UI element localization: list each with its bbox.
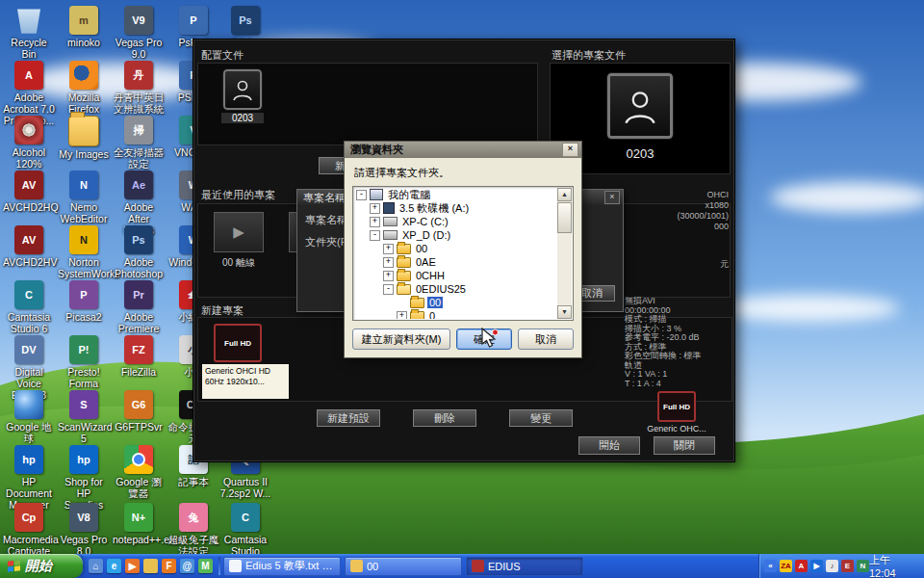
desktop-icon[interactable]: V9 Vegas Pro 9.0 xyxy=(113,6,165,60)
desktop-icon[interactable]: P Picasa2 xyxy=(58,280,110,323)
desktop-icon[interactable]: m minoko xyxy=(58,6,110,48)
desktop-icon[interactable]: N+ notepad++.exe xyxy=(113,503,165,545)
desktop-icon-image: Pr xyxy=(124,280,153,309)
desktop-icon-image: 兔 xyxy=(179,503,208,532)
preset-info-panel: OHCIx1080(30000/1001)000 元 無損AVI00:00:00… xyxy=(625,190,729,436)
desktop-icon[interactable]: AV AVCHD2HV xyxy=(3,225,55,268)
desktop-icon[interactable]: V8 Vegas Pro 8.0 xyxy=(58,503,110,554)
network-tray-icon[interactable]: N xyxy=(857,560,869,572)
folder-quicklaunch-icon[interactable] xyxy=(143,559,158,573)
messenger-icon[interactable]: M xyxy=(198,559,213,573)
change-button[interactable]: 變更 xyxy=(509,409,573,427)
desktop-icon[interactable]: Alcohol 120% xyxy=(3,116,55,170)
tree-item[interactable]: + 0CHH xyxy=(354,269,557,282)
taskbar-task-button[interactable]: 00 xyxy=(345,557,462,576)
desktop-icon[interactable]: P! Presto! Forma xyxy=(58,335,110,389)
media-player-icon[interactable]: ▶ xyxy=(125,559,140,573)
tree-item-label[interactable]: XP-C (C:) xyxy=(400,216,450,227)
scroll-up-icon[interactable]: ▲ xyxy=(557,188,572,201)
desktop-icon[interactable]: 掃 全友掃描器設定 xyxy=(113,116,165,170)
tree-expand-toggle[interactable]: + xyxy=(370,203,380,214)
mail-icon[interactable]: @ xyxy=(180,559,194,573)
firefox-quicklaunch-icon[interactable]: F xyxy=(162,559,176,573)
tree-expand-toggle[interactable]: - xyxy=(356,190,367,200)
desktop-icon-label: Google 瀏覽器 xyxy=(113,476,165,499)
desktop-icon[interactable]: hp HP Document Manager xyxy=(3,445,55,511)
volume-tray-icon[interactable]: ♪ xyxy=(826,560,838,572)
tree-item[interactable]: + 0 xyxy=(354,309,557,319)
profile-item[interactable]: 0203 xyxy=(221,69,264,123)
cancel-button[interactable]: 取消 xyxy=(518,328,574,350)
tree-item[interactable]: - XP_D (D:) xyxy=(354,228,557,242)
desktop-icon[interactable]: N Norton SystemWorks xyxy=(58,225,110,279)
start-button[interactable]: 開始 xyxy=(0,554,83,578)
tree-item-label[interactable]: 我的電腦 xyxy=(386,188,432,202)
tree-item-label[interactable]: 00 xyxy=(427,297,443,308)
recent-project-name: 00 離線 xyxy=(208,256,270,270)
fullhd-preset-icon[interactable]: Full HD xyxy=(214,324,262,362)
tree-item-label[interactable]: 3.5 軟碟機 (A:) xyxy=(398,201,471,216)
scrollbar-thumb[interactable] xyxy=(557,202,572,233)
tree-expand-toggle[interactable]: - xyxy=(383,284,394,295)
tree-expand-toggle[interactable]: + xyxy=(370,217,380,227)
tree-item[interactable]: 00 xyxy=(354,296,557,309)
tree-item[interactable]: + 00 xyxy=(354,242,557,255)
desktop-icon[interactable]: Cp Macromedia Captivate xyxy=(3,503,55,554)
tree-item[interactable]: + 0AE xyxy=(354,255,557,269)
tree-item-label[interactable]: 00 xyxy=(414,243,429,254)
hide-tray-icons-chevron[interactable]: « xyxy=(764,560,777,572)
tree-item[interactable]: + 3.5 軟碟機 (A:) xyxy=(354,201,557,215)
desktop-icon-image: hp xyxy=(14,445,43,474)
tree-item[interactable]: - 0EDIUS25 xyxy=(354,282,557,296)
tree-expand-toggle[interactable]: + xyxy=(383,257,394,268)
desktop-icon[interactable]: C Camtasia Studio 6 xyxy=(3,280,55,334)
browse-dialog-titlebar[interactable]: 瀏覽資料夾 × xyxy=(345,142,581,158)
new-preset-button[interactable]: 新建預設 xyxy=(317,409,380,427)
tree-item-label[interactable]: 0EDIUS25 xyxy=(414,283,468,295)
desktop-icon[interactable]: G6 G6FTPSvr xyxy=(113,390,165,433)
recent-project-item[interactable]: ▶ 00 離線 xyxy=(208,212,270,297)
desktop-icon[interactable]: Recycle Bin xyxy=(3,6,55,60)
taskbar-clock[interactable]: 上午 12:04 xyxy=(869,553,924,578)
desktop-icon[interactable]: 丹 丹青中英日文辨識系統 xyxy=(113,61,165,115)
desktop-icon[interactable]: 兔 超級兔子魔法設定 xyxy=(167,503,219,554)
create-new-folder-button[interactable]: 建立新資料夾(M) xyxy=(352,328,450,350)
tree-item[interactable]: + XP-C (C:) xyxy=(354,215,557,228)
show-desktop-icon[interactable]: ⌂ xyxy=(89,559,103,573)
delete-button[interactable]: 刪除 xyxy=(413,409,476,427)
zonealarm-tray-icon[interactable]: ZA xyxy=(780,560,792,572)
desktop-icon[interactable]: Google 地球 xyxy=(3,390,55,444)
close-icon[interactable]: × xyxy=(562,143,578,157)
desktop-icon[interactable]: hp Shop for HP Supplies xyxy=(58,445,110,511)
scroll-down-icon[interactable]: ▼ xyxy=(557,305,572,319)
desktop-icon-image: N+ xyxy=(124,503,153,532)
close-icon[interactable]: × xyxy=(604,191,620,204)
desktop-icon[interactable]: FZ FileZilla xyxy=(113,335,165,378)
close-button[interactable]: 關閉 xyxy=(654,436,715,455)
tree-item[interactable]: - 我的電腦 xyxy=(354,188,557,201)
tree-expand-toggle[interactable]: + xyxy=(397,311,407,320)
taskbar-task-button[interactable]: EDIUS xyxy=(466,557,583,576)
browse-folder-dialog: 瀏覽資料夾 × 請選擇專案文件夾。 - 我的電腦 + 3.5 軟碟機 (A:) xyxy=(344,141,582,358)
tree-expand-toggle[interactable]: + xyxy=(383,271,394,281)
ie-icon[interactable]: e xyxy=(107,559,121,573)
desktop-icon[interactable]: My Images xyxy=(58,116,110,160)
desktop-icon[interactable]: AV AVCHD2HQ xyxy=(3,171,55,213)
taskbar-task-button[interactable]: Edius 5 教學.txt - 記... xyxy=(223,557,341,576)
player-tray-icon[interactable]: ▶ xyxy=(810,560,823,572)
tree-expand-toggle[interactable]: - xyxy=(370,230,380,241)
desktop-icon[interactable]: C Camtasia Studio xyxy=(219,503,271,554)
desktop-icon[interactable]: Google 瀏覽器 xyxy=(113,445,165,499)
desktop-icon[interactable]: Mozilla Firefox xyxy=(58,61,110,115)
tree-scrollbar[interactable]: ▲ ▼ xyxy=(557,188,572,319)
tree-item-label[interactable]: 0 xyxy=(427,310,437,319)
ok-button[interactable]: 確定 xyxy=(456,328,512,350)
tree-expand-toggle[interactable]: + xyxy=(383,244,394,254)
desktop-icon[interactable]: S ScanWizard 5 xyxy=(58,390,110,444)
edius-tray-icon[interactable]: E xyxy=(841,560,854,572)
tree-item-label[interactable]: XP_D (D:) xyxy=(400,229,452,241)
start-button[interactable]: 開始 xyxy=(578,436,640,455)
tree-item-label[interactable]: 0AE xyxy=(414,256,438,268)
antivirus-tray-icon[interactable]: A xyxy=(795,560,808,572)
tree-item-label[interactable]: 0CHH xyxy=(414,270,447,281)
